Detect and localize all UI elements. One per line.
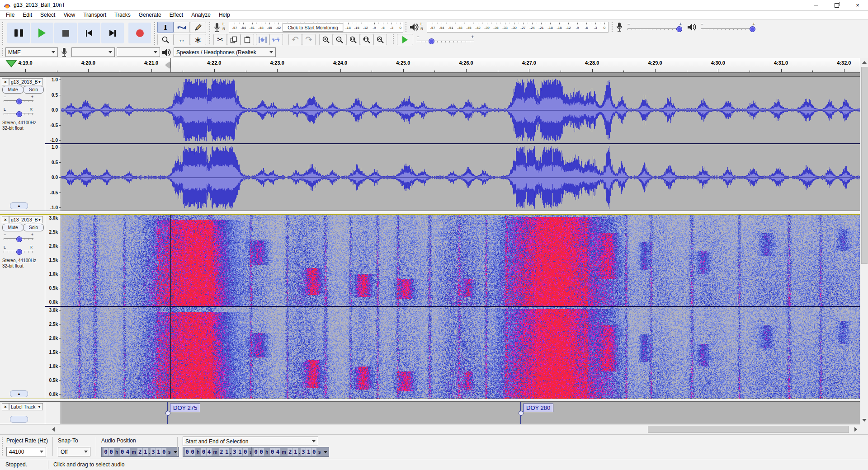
recording-meter[interactable]: -57-54-51-48-45-42-39-36-33-30-27-24-21-… (229, 22, 403, 33)
horizontal-scrollbar-thumb[interactable] (648, 426, 849, 433)
track-title-menu[interactable]: g13_2013_B▼ (9, 78, 43, 85)
selection-end-field[interactable]: 00h04m21.310s (251, 447, 329, 457)
time-digit[interactable]: 2 (137, 448, 142, 456)
menu-item-edit[interactable]: Edit (19, 12, 36, 18)
trim-audio-button[interactable] (256, 34, 269, 45)
time-digit[interactable]: 0 (254, 448, 259, 456)
time-digit[interactable]: 0 (161, 448, 166, 456)
scroll-left-arrow[interactable] (49, 424, 57, 434)
time-digit[interactable]: 1 (156, 448, 161, 456)
menu-item-transport[interactable]: Transport (79, 12, 110, 18)
menu-item-help[interactable]: Help (215, 12, 234, 18)
playback-device-select[interactable]: Speakers / Headphones (Realtek (174, 47, 276, 57)
record-button[interactable] (128, 23, 151, 43)
time-digit[interactable]: 4 (125, 448, 130, 456)
time-digit[interactable]: 1 (143, 448, 148, 456)
gain-slider[interactable]: −+ (4, 233, 33, 240)
time-digit[interactable]: 0 (311, 448, 316, 456)
paste-button[interactable] (241, 34, 254, 45)
menu-item-select[interactable]: Select (36, 12, 59, 18)
audio-host-select[interactable]: MME (5, 47, 58, 57)
time-digit[interactable]: 4 (207, 448, 212, 456)
scroll-right-arrow[interactable] (852, 424, 860, 434)
time-digit[interactable]: 4 (275, 448, 280, 456)
label-handle[interactable] (165, 411, 170, 416)
chevron-down-icon[interactable] (174, 451, 177, 455)
pan-slider[interactable]: LR (4, 108, 33, 115)
redo-button[interactable]: ↷ (302, 34, 316, 45)
playback-volume-thumb[interactable] (750, 26, 755, 32)
time-digit[interactable]: 0 (104, 448, 108, 456)
cut-button[interactable]: ✂ (213, 34, 227, 45)
skip-to-end-button[interactable] (101, 23, 124, 43)
time-digit[interactable]: 3 (232, 448, 237, 456)
undo-button[interactable]: ↶ (288, 34, 302, 45)
selection-toolbar-grip[interactable] (1, 437, 3, 456)
recording-volume-slider[interactable]: − + (627, 22, 682, 30)
tools-toolbar-grip[interactable] (154, 22, 156, 45)
playback-volume-slider[interactable]: − + (701, 22, 755, 30)
scroll-down-arrow[interactable] (860, 416, 868, 424)
label-text[interactable]: DOY 280 (523, 404, 553, 412)
selection-start-field[interactable]: 00h04m21.310s (183, 447, 260, 457)
waveform-channel-right[interactable] (61, 144, 860, 211)
transport-toolbar-grip[interactable] (2, 22, 4, 45)
copy-button[interactable] (227, 34, 241, 45)
device-toolbar-grip[interactable] (2, 47, 4, 57)
playback-speed-thumb[interactable] (429, 38, 434, 44)
minimize-button[interactable] (806, 0, 826, 10)
waveform-channel-left[interactable] (61, 77, 860, 143)
time-digit[interactable]: 2 (219, 448, 224, 456)
spectrogram-channel-right[interactable] (61, 307, 860, 399)
silence-audio-button[interactable] (269, 34, 283, 45)
time-digit[interactable]: 0 (120, 448, 125, 456)
play-at-speed-button[interactable] (397, 34, 413, 45)
selection-tool-button[interactable]: I (157, 22, 174, 33)
track-close-button[interactable]: × (2, 78, 9, 85)
track-title-menu[interactable]: g13_2013_B▼ (9, 216, 43, 223)
time-digit[interactable]: 1 (306, 448, 311, 456)
selection-mode-select[interactable]: Start and End of Selection (183, 437, 318, 446)
time-digit[interactable]: 0 (270, 448, 275, 456)
time-digit[interactable]: 0 (243, 448, 248, 456)
track-collapse-button[interactable]: ▲ (10, 202, 28, 209)
skip-to-start-button[interactable] (78, 23, 100, 43)
time-digit[interactable]: . (148, 448, 151, 456)
snap-to-select[interactable]: Off (58, 447, 90, 456)
menu-item-effect[interactable]: Effect (165, 12, 187, 18)
track-close-button[interactable]: × (2, 403, 9, 410)
time-digit[interactable]: 3 (301, 448, 306, 456)
playback-speed-slider[interactable]: − + (417, 35, 474, 42)
track-close-button[interactable]: × (2, 216, 9, 223)
menu-item-tracks[interactable]: Tracks (110, 12, 135, 18)
label-text[interactable]: DOY 275 (170, 404, 200, 412)
vertical-scale-waveform[interactable]: 1.00.50.0-0.5-1.01.00.50.0-0.5-1.0 (45, 77, 61, 211)
recording-device-select[interactable] (71, 47, 115, 57)
track-collapse-button[interactable] (10, 416, 28, 423)
pan-slider-thumb[interactable] (16, 111, 22, 117)
chevron-down-icon[interactable] (324, 451, 327, 455)
play-button[interactable] (31, 23, 53, 43)
mute-button[interactable]: Mute (2, 224, 24, 231)
time-digit[interactable]: . (230, 448, 232, 456)
mixer-toolbar-grip[interactable] (611, 22, 613, 33)
zoom-selection-button[interactable] (346, 34, 360, 45)
horizontal-scrollbar[interactable] (0, 424, 868, 434)
time-digit[interactable]: 0 (201, 448, 206, 456)
time-digit[interactable]: 0 (259, 448, 264, 456)
mute-button[interactable]: Mute (2, 86, 24, 94)
recording-channels-select[interactable] (117, 47, 160, 57)
time-digit[interactable]: 1 (224, 448, 229, 456)
envelope-tool-button[interactable] (174, 22, 190, 33)
pause-button[interactable] (7, 23, 30, 43)
solo-button[interactable]: Solo (23, 224, 44, 231)
project-rate-select[interactable]: 44100 (6, 447, 46, 456)
time-digit[interactable]: 1 (237, 448, 242, 456)
fit-project-button[interactable] (360, 34, 373, 45)
multi-tool-button[interactable]: ∗ (190, 34, 206, 45)
time-digit[interactable]: . (298, 448, 301, 456)
gain-slider-thumb[interactable] (16, 99, 22, 104)
playback-meter[interactable]: -57-54-51-48-45-42-39-36-33-30-27-24-21-… (427, 22, 609, 33)
vertical-scrollbar-thumb[interactable] (861, 67, 868, 264)
zoom-toggle-button[interactable] (373, 34, 387, 45)
